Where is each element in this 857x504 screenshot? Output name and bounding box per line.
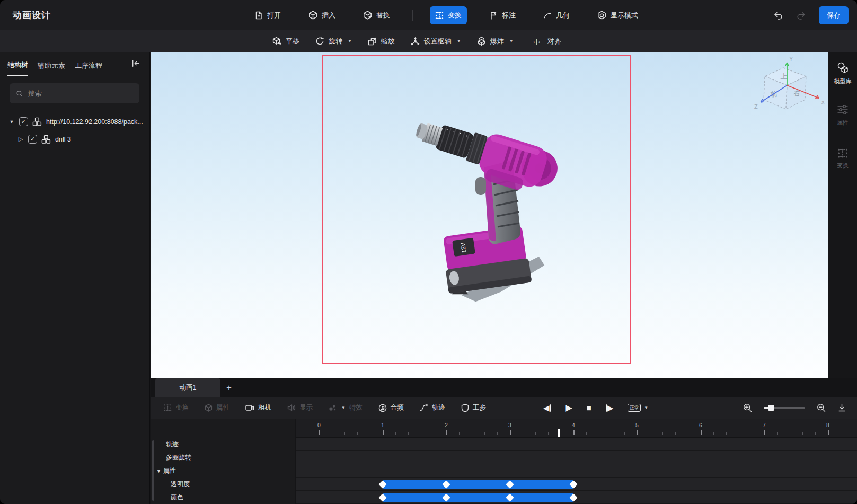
timeline-row-label[interactable]: 轨迹 bbox=[151, 438, 295, 451]
stop-button[interactable]: ■ bbox=[587, 403, 591, 412]
display-mode-button[interactable]: 显示模式 bbox=[592, 6, 643, 24]
annotate-button[interactable]: 标注 bbox=[484, 6, 521, 24]
search-box[interactable] bbox=[10, 83, 139, 103]
annotate-label: 标注 bbox=[502, 11, 516, 20]
search-input[interactable] bbox=[28, 90, 133, 98]
download-icon bbox=[837, 403, 846, 412]
transform-toolbar: 平移 旋转 ▼ 缩放 设置枢轴 ▼ 爆炸 ▼ →|← bbox=[0, 30, 857, 52]
explode-dropdown-caret[interactable]: ▼ bbox=[509, 39, 514, 43]
playhead-handle[interactable] bbox=[558, 429, 560, 437]
play-button[interactable]: ▶ bbox=[566, 402, 572, 413]
tree-caret-collapsed-icon[interactable]: ▷ bbox=[17, 136, 24, 143]
rotate-button[interactable]: 旋转 ▼ bbox=[315, 37, 352, 46]
zoom-in-icon bbox=[743, 403, 752, 412]
pan-button[interactable]: 平移 bbox=[272, 37, 299, 46]
row-label-text: 多圈旋转 bbox=[166, 454, 191, 461]
tree-caret-expanded-icon[interactable]: ▼ bbox=[8, 119, 15, 125]
zoom-out-button[interactable] bbox=[817, 403, 826, 412]
timeline-track-area[interactable]: 012345678 bbox=[295, 419, 857, 504]
row-expand-caret-icon[interactable]: ▼ bbox=[156, 468, 161, 474]
insert-button[interactable]: 插入 bbox=[303, 6, 341, 24]
properties-label: 属性 bbox=[837, 119, 849, 127]
step-forward-button[interactable]: ▶ bbox=[606, 403, 614, 413]
animation-tab[interactable]: 动画1 bbox=[155, 378, 220, 397]
prev-frame-bar bbox=[550, 404, 551, 412]
scale-button[interactable]: 缩放 bbox=[368, 37, 395, 46]
assembly-icon bbox=[32, 117, 42, 127]
timeline-zoom-slider[interactable] bbox=[764, 407, 805, 409]
geometry-button[interactable]: 几何 bbox=[538, 6, 575, 24]
pivot-axes-icon bbox=[411, 37, 420, 46]
rotate-dropdown-caret[interactable]: ▼ bbox=[348, 39, 352, 43]
ruler-major-tick bbox=[828, 430, 829, 435]
tree-row-drill3[interactable]: ▷ ✓ drill 3 bbox=[0, 130, 149, 148]
track-label: 轨迹 bbox=[432, 403, 445, 412]
timeline-ruler[interactable]: 012345678 bbox=[296, 419, 857, 438]
pivot-button[interactable]: 设置枢轴 ▼ bbox=[411, 37, 461, 46]
redo-button[interactable] bbox=[796, 11, 806, 20]
tab-structure-tree[interactable]: 结构树 bbox=[7, 60, 28, 76]
ruler-minor-tick bbox=[497, 432, 498, 435]
camera-icon bbox=[245, 404, 254, 412]
view-cube[interactable]: 上 前 右 Y Z x bbox=[744, 56, 828, 122]
camera-button[interactable]: 相机 bbox=[245, 403, 271, 412]
timeline-row-label[interactable]: 透明度 bbox=[151, 478, 295, 491]
explode-button[interactable]: 爆炸 ▼ bbox=[477, 37, 514, 46]
tree-checkbox-drill3[interactable]: ✓ bbox=[28, 135, 37, 144]
zoom-in-button[interactable] bbox=[743, 403, 752, 412]
keyframe-bar[interactable] bbox=[383, 493, 573, 502]
slider-handle[interactable] bbox=[768, 405, 774, 411]
anim-props-button[interactable]: 属性 bbox=[205, 403, 229, 412]
export-button[interactable] bbox=[837, 403, 846, 412]
model-library-button[interactable]: 模型库 bbox=[834, 61, 852, 85]
next-frame-icon: ▶ bbox=[607, 403, 614, 413]
effects-button[interactable]: ▼ 特效 bbox=[329, 403, 363, 412]
effects-dropdown-caret[interactable]: ▼ bbox=[341, 405, 346, 410]
replace-button[interactable]: 替换 bbox=[358, 6, 395, 24]
step-button[interactable]: 工步 bbox=[461, 403, 486, 412]
add-animation-button[interactable]: + bbox=[222, 381, 236, 395]
timeline-row-label[interactable]: 颜色 bbox=[151, 491, 295, 504]
transform-panel-button[interactable]: 变换 bbox=[837, 148, 849, 170]
display-button[interactable]: 显示 bbox=[287, 403, 313, 412]
drill-model[interactable]: 12V bbox=[416, 105, 564, 317]
ruler-minor-tick bbox=[777, 432, 778, 435]
keyframe-bar[interactable] bbox=[383, 480, 573, 489]
tab-auxiliary-elements[interactable]: 辅助元素 bbox=[38, 60, 65, 76]
ruler-minor-tick bbox=[662, 432, 663, 435]
align-button[interactable]: →|← 对齐 bbox=[529, 37, 561, 46]
viewport-3d[interactable]: 12V bbox=[151, 52, 828, 378]
save-button[interactable]: 保存 bbox=[819, 6, 849, 24]
replace-label: 替换 bbox=[376, 11, 390, 20]
playhead-line[interactable] bbox=[559, 430, 560, 504]
tree-checkbox-package[interactable]: ✓ bbox=[19, 117, 28, 126]
pivot-dropdown-caret[interactable]: ▼ bbox=[457, 39, 461, 43]
open-button[interactable]: 打开 bbox=[249, 6, 286, 24]
sidebar-divider bbox=[834, 95, 852, 95]
timeline-track-row[interactable] bbox=[296, 451, 857, 464]
zoom-out-icon bbox=[817, 403, 826, 412]
transform-button[interactable]: 变换 bbox=[430, 6, 467, 24]
track-button[interactable]: 轨迹 bbox=[420, 403, 445, 412]
properties-button[interactable]: 属性 bbox=[837, 104, 849, 127]
cube-icon bbox=[205, 404, 213, 412]
timeline-track-row[interactable] bbox=[296, 478, 857, 491]
left-sidebar: 结构树 辅助元素 工序流程 ▼ ✓ http://10.122.92.200:8… bbox=[0, 52, 150, 504]
ruler-major-tick bbox=[319, 430, 320, 435]
timeline-row-label[interactable]: 多圈旋转 bbox=[151, 451, 295, 464]
ruler-minor-tick bbox=[713, 432, 714, 435]
ruler-minor-tick bbox=[434, 432, 434, 435]
timeline-track-row[interactable] bbox=[296, 438, 857, 451]
step-back-button[interactable]: ◀ bbox=[543, 403, 551, 413]
timeline-row-label[interactable]: ▼属性 bbox=[151, 464, 295, 478]
audio-button[interactable]: 音频 bbox=[378, 403, 404, 412]
anim-transform-button[interactable]: 变换 bbox=[164, 403, 189, 412]
tab-process-flow[interactable]: 工序流程 bbox=[75, 60, 102, 76]
playback-speed-button[interactable]: 正常 ▼ bbox=[628, 404, 648, 412]
explode-cube-icon bbox=[477, 37, 486, 46]
undo-button[interactable] bbox=[773, 11, 783, 20]
collapse-panel-button[interactable] bbox=[131, 59, 140, 67]
tree-row-package[interactable]: ▼ ✓ http://10.122.92.200:8088/pack... bbox=[0, 113, 149, 130]
timeline-track-row[interactable] bbox=[296, 491, 857, 504]
timeline-track-row[interactable] bbox=[296, 464, 857, 478]
